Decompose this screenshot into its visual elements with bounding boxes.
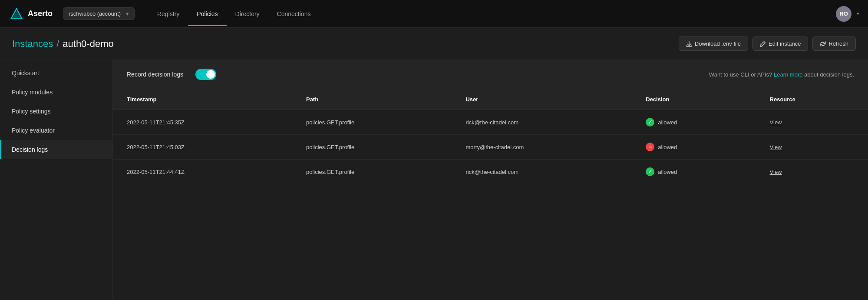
page-header: Instances / auth0-demo Download .env fil…	[0, 28, 868, 60]
account-label: rschwabco (account)	[69, 10, 121, 17]
aserto-logo-icon	[9, 6, 24, 22]
toggle-left: Record decision logs	[127, 69, 216, 80]
info-text: Want to use CLI or APIs?	[709, 71, 772, 78]
refresh-label: Refresh	[828, 40, 848, 47]
cell-timestamp: 2022-05-11T21:45:03Z	[113, 135, 292, 160]
topnav: Aserto rschwabco (account) ▾ Registry Po…	[0, 0, 868, 28]
cell-path: policies.GET.profile	[292, 110, 452, 135]
sidebar-item-policy-settings[interactable]: Policy settings	[0, 102, 112, 121]
view-resource-link[interactable]: View	[770, 144, 782, 150]
view-resource-link[interactable]: View	[770, 119, 782, 126]
nav-link-policies[interactable]: Policies	[188, 2, 226, 26]
learn-more-link[interactable]: Learn more	[774, 71, 802, 78]
edit-instance-label: Edit instance	[769, 40, 801, 47]
sidebar-item-policy-modules[interactable]: Policy modules	[0, 83, 112, 102]
sidebar: Quickstart Policy modules Policy setting…	[0, 60, 113, 300]
edit-icon	[760, 41, 766, 47]
sidebar-item-policy-evaluator[interactable]: Policy evaluator	[0, 121, 112, 140]
decision-label: allowed	[658, 144, 677, 150]
nav-links: Registry Policies Directory Connections	[149, 2, 836, 26]
decision-cell: allowed	[646, 143, 742, 151]
nav-link-connections[interactable]: Connections	[268, 2, 320, 26]
avatar[interactable]: RO	[836, 6, 851, 22]
refresh-icon	[820, 41, 826, 47]
cell-user: morty@the-citadel.com	[452, 135, 632, 160]
account-selector[interactable]: rschwabco (account) ▾	[63, 7, 135, 20]
col-header-timestamp: Timestamp	[113, 89, 292, 110]
toggle-right: Want to use CLI or APIs? Learn more abou…	[709, 71, 854, 78]
chevron-down-icon: ▾	[126, 10, 129, 17]
edit-instance-button[interactable]: Edit instance	[752, 37, 808, 51]
breadcrumb-separator: /	[56, 38, 59, 50]
download-env-label: Download .env file	[695, 40, 741, 47]
col-header-path: Path	[292, 89, 452, 110]
cell-decision: allowed	[632, 110, 756, 135]
decision-cell: allowed	[646, 167, 742, 176]
breadcrumb-current-page: auth0-demo	[63, 38, 113, 50]
decision-label: allowed	[658, 119, 677, 126]
logo-area: Aserto	[9, 6, 53, 22]
table-row: 2022-05-11T21:45:35Z policies.GET.profil…	[113, 110, 868, 135]
cell-timestamp: 2022-05-11T21:44:41Z	[113, 160, 292, 184]
toggle-label: Record decision logs	[127, 71, 183, 78]
cell-resource: View	[756, 110, 868, 135]
cell-resource: View	[756, 135, 868, 160]
learn-more-suffix: about decision logs.	[804, 71, 854, 78]
download-env-button[interactable]: Download .env file	[679, 37, 748, 51]
breadcrumb-instances-link[interactable]: Instances	[12, 38, 53, 50]
col-header-decision: Decision	[632, 89, 756, 110]
cell-path: policies.GET.profile	[292, 135, 452, 160]
breadcrumb: Instances / auth0-demo	[12, 38, 114, 50]
cell-user: rick@the-citadel.com	[452, 160, 632, 184]
cell-decision: allowed	[632, 160, 756, 184]
cell-resource: View	[756, 160, 868, 184]
decision-cell: allowed	[646, 118, 742, 127]
decision-denied-icon	[646, 143, 654, 151]
table-row: 2022-05-11T21:44:41Z policies.GET.profil…	[113, 160, 868, 184]
toggle-banner: Record decision logs Want to use CLI or …	[113, 60, 868, 89]
main-layout: Quickstart Policy modules Policy setting…	[0, 60, 868, 300]
logo-text: Aserto	[28, 9, 53, 18]
refresh-button[interactable]: Refresh	[812, 37, 856, 51]
nav-link-registry[interactable]: Registry	[149, 2, 188, 26]
view-resource-link[interactable]: View	[770, 169, 782, 175]
header-actions: Download .env file Edit instance Refresh	[679, 37, 856, 51]
cell-timestamp: 2022-05-11T21:45:35Z	[113, 110, 292, 135]
nav-right: RO ▾	[836, 6, 859, 22]
decision-allowed-icon	[646, 167, 654, 176]
decision-allowed-icon	[646, 118, 654, 127]
toggle-knob	[206, 70, 215, 79]
col-header-user: User	[452, 89, 632, 110]
record-logs-toggle[interactable]	[195, 69, 216, 80]
cell-decision: allowed	[632, 135, 756, 160]
col-header-resource: Resource	[756, 89, 868, 110]
avatar-chevron-icon[interactable]: ▾	[857, 11, 859, 17]
content-area: Record decision logs Want to use CLI or …	[113, 60, 868, 300]
download-icon	[686, 41, 692, 47]
decision-label: allowed	[658, 169, 677, 175]
sidebar-item-decision-logs[interactable]: Decision logs	[0, 140, 112, 159]
cell-path: policies.GET.profile	[292, 160, 452, 184]
decision-logs-table: Timestamp Path User Decision Resource 20…	[113, 89, 868, 184]
table-header-row: Timestamp Path User Decision Resource	[113, 89, 868, 110]
nav-link-directory[interactable]: Directory	[227, 2, 268, 26]
cell-user: rick@the-citadel.com	[452, 110, 632, 135]
sidebar-item-quickstart[interactable]: Quickstart	[0, 63, 112, 83]
table-row: 2022-05-11T21:45:03Z policies.GET.profil…	[113, 135, 868, 160]
